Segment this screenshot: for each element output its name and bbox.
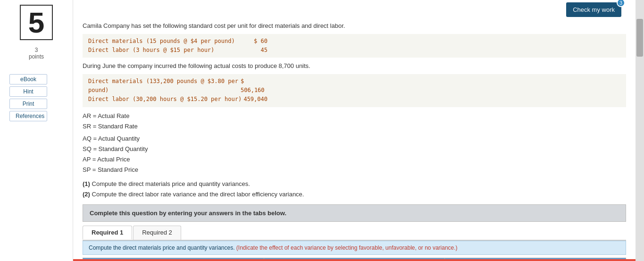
check-badge: 3 xyxy=(617,0,625,7)
scrollbar-thumb[interactable] xyxy=(636,19,643,57)
actual-costs-table: Direct materials (133,200 pounds @ $3.80… xyxy=(83,74,626,107)
def-ar: AR = Actual Rate xyxy=(83,111,626,121)
standard-cost-row-1: Direct materials (15 pounds @ $4 per pou… xyxy=(88,37,268,46)
main-content: Check my work 3 Camila Company has set t… xyxy=(73,0,636,261)
points-label: 3 points xyxy=(29,47,44,60)
intro-text: Camila Company has set the following sta… xyxy=(83,21,626,31)
actual-cost-row-1: Direct materials (133,200 pounds @ $3.80… xyxy=(88,77,268,95)
problem-intro: Camila Company has set the following sta… xyxy=(83,21,626,200)
print-btn[interactable]: Print xyxy=(9,99,47,109)
actual-cost-row-2: Direct labor (30,200 hours @ $15.20 per … xyxy=(88,95,268,104)
definitions-block: AR = Actual Rate SR = Standard Rate AQ =… xyxy=(83,111,626,176)
sidebar: 5 3 points eBook Hint Print References xyxy=(0,0,73,261)
sidebar-buttons: eBook Hint Print References xyxy=(5,74,68,121)
actual-intro-text: During June the company incurred the fol… xyxy=(83,61,626,71)
def-sp: SP = Standard Price xyxy=(83,165,626,175)
instruction-2: (2) Compute the direct labor rate varian… xyxy=(83,189,626,200)
def-ap: AP = Actual Price xyxy=(83,154,626,165)
instruction-1: (1) Compute the direct materials price a… xyxy=(83,179,626,189)
standard-cost-row-2: Direct labor (3 hours @ $15 per hour) 45 xyxy=(88,46,268,55)
tab-required-1[interactable]: Required 1 xyxy=(83,226,132,240)
def-sq: SQ = Standard Quantity xyxy=(83,144,626,154)
instruction-bar: Compute the direct materials price and q… xyxy=(83,241,626,255)
tab-required-2[interactable]: Required 2 xyxy=(133,226,181,240)
def-aq: AQ = Actual Quantity xyxy=(83,134,626,144)
hint-btn[interactable]: Hint xyxy=(9,86,47,97)
def-sr: SR = Standard Rate xyxy=(83,121,626,132)
complete-box: Complete this question by entering your … xyxy=(83,204,626,222)
scrollbar[interactable] xyxy=(636,0,644,261)
question-number: 5 xyxy=(20,5,53,40)
ebook-btn[interactable]: eBook xyxy=(9,74,47,84)
check-my-work-button[interactable]: Check my work 3 xyxy=(566,2,621,17)
instructions-block: (1) Compute the direct materials price a… xyxy=(83,179,626,200)
tabs-area: Required 1 Required 2 xyxy=(83,226,626,241)
check-btn-area: Check my work 3 xyxy=(566,2,621,17)
standard-costs-table: Direct materials (15 pounds @ $4 per pou… xyxy=(83,34,626,58)
references-btn[interactable]: References xyxy=(9,111,47,121)
red-bar xyxy=(73,259,636,261)
